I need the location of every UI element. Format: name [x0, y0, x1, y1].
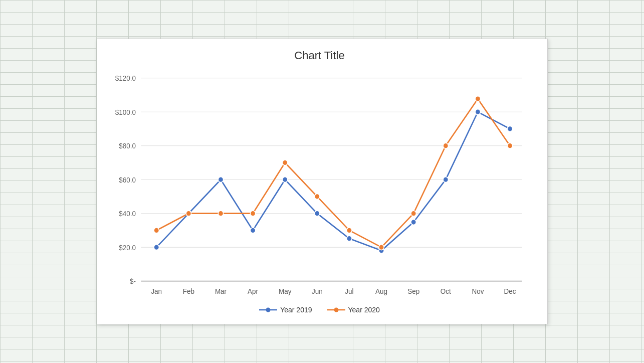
chart-legend: Year 2019 Year 2020: [259, 306, 380, 314]
svg-point-48: [443, 143, 448, 148]
svg-point-45: [346, 228, 351, 233]
svg-point-29: [218, 177, 223, 183]
svg-text:Apr: Apr: [248, 287, 258, 295]
svg-point-32: [314, 211, 319, 216]
svg-text:Dec: Dec: [504, 287, 516, 295]
svg-text:$-: $-: [129, 278, 135, 285]
svg-text:Jan: Jan: [151, 287, 162, 295]
svg-point-38: [507, 126, 512, 132]
svg-point-31: [282, 177, 287, 183]
svg-text:Sep: Sep: [407, 287, 419, 295]
chart-container: Chart Title $120.0 $100.0 $80.0 $60.0 $4…: [97, 39, 548, 324]
svg-point-49: [475, 96, 480, 102]
svg-text:$40.0: $40.0: [119, 210, 136, 218]
svg-point-44: [314, 194, 319, 200]
svg-text:$20.0: $20.0: [119, 244, 136, 251]
svg-text:$80.0: $80.0: [119, 142, 136, 150]
svg-point-40: [186, 211, 191, 216]
legend-label-2020: Year 2020: [348, 306, 380, 314]
svg-text:Mar: Mar: [214, 287, 227, 295]
chart-area: $120.0 $100.0 $80.0 $60.0 $40.0 $20.0 $-: [107, 67, 532, 302]
legend-item-2019: Year 2019: [259, 306, 312, 314]
svg-point-41: [218, 211, 223, 216]
svg-point-33: [346, 236, 351, 241]
svg-point-30: [250, 228, 255, 233]
svg-text:Nov: Nov: [472, 287, 484, 295]
svg-point-50: [507, 143, 512, 148]
chart-svg: $120.0 $100.0 $80.0 $60.0 $40.0 $20.0 $-: [107, 67, 532, 302]
svg-point-35: [411, 220, 416, 225]
spreadsheet-background: Chart Title $120.0 $100.0 $80.0 $60.0 $4…: [0, 0, 644, 363]
svg-text:$120.0: $120.0: [115, 75, 135, 82]
svg-text:$100.0: $100.0: [115, 108, 135, 116]
svg-point-46: [378, 245, 383, 250]
chart-title: Chart Title: [294, 49, 344, 62]
svg-point-27: [154, 245, 159, 250]
svg-point-54: [334, 308, 338, 312]
svg-text:Aug: Aug: [375, 287, 387, 295]
svg-text:Feb: Feb: [182, 287, 194, 295]
svg-point-36: [443, 177, 448, 183]
svg-text:Jul: Jul: [345, 287, 353, 295]
svg-point-47: [411, 211, 416, 216]
svg-point-42: [250, 211, 255, 216]
legend-label-2019: Year 2019: [280, 306, 312, 314]
svg-text:May: May: [279, 287, 291, 295]
svg-point-39: [154, 228, 159, 233]
svg-point-52: [266, 308, 271, 312]
svg-text:$60.0: $60.0: [119, 176, 136, 184]
svg-text:Jun: Jun: [311, 287, 322, 295]
svg-point-37: [475, 109, 480, 115]
legend-item-2020: Year 2020: [327, 306, 380, 314]
svg-text:Oct: Oct: [440, 287, 451, 295]
svg-point-43: [282, 160, 287, 165]
